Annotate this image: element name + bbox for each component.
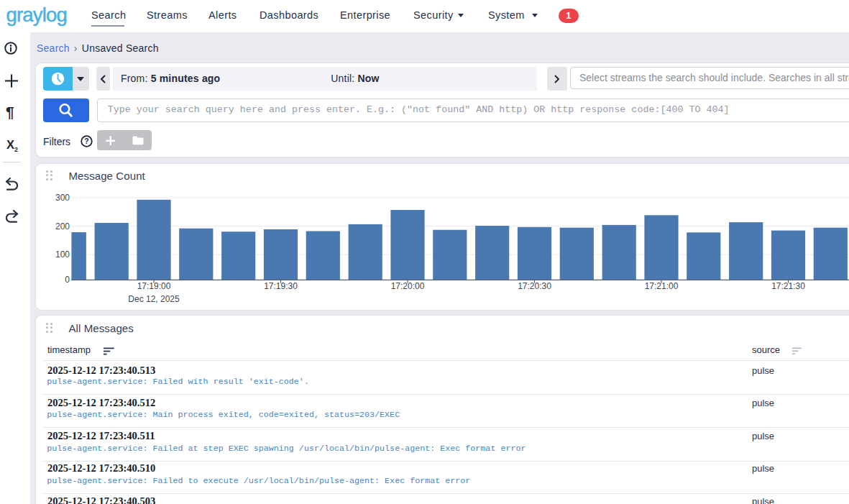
svg-text:100: 100: [55, 249, 70, 260]
svg-text:17:20:00: 17:20:00: [391, 281, 425, 291]
svg-text:0: 0: [65, 275, 70, 285]
svg-text:200: 200: [55, 221, 70, 232]
svg-text:300: 300: [55, 193, 70, 203]
svg-text:?: ?: [84, 137, 88, 145]
svg-text:17:20:30: 17:20:30: [518, 281, 551, 291]
svg-text:17:19:30: 17:19:30: [264, 281, 298, 291]
svg-text:17:21:00: 17:21:00: [645, 281, 679, 291]
svg-text:Dec 12, 2025: Dec 12, 2025: [128, 294, 180, 304]
svg-text:17:19:00: 17:19:00: [137, 281, 171, 291]
svg-text:17:21:30: 17:21:30: [771, 281, 805, 291]
